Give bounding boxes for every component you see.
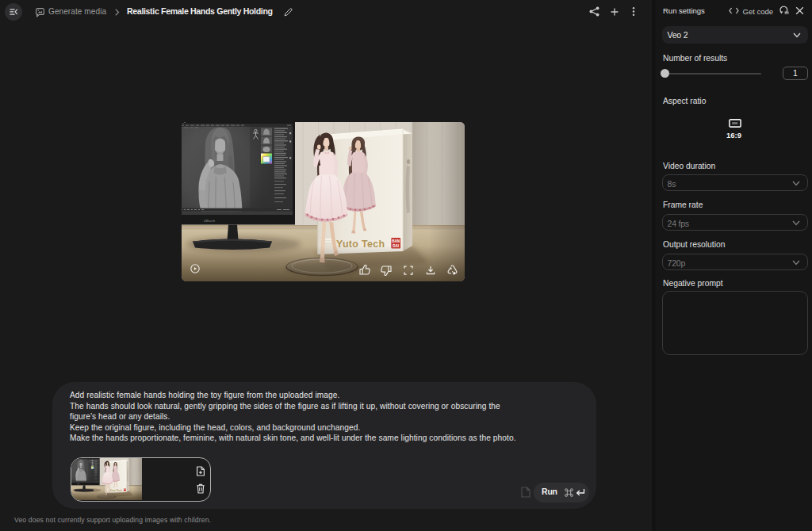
- svg-text:ZBrush: ZBrush: [203, 219, 216, 223]
- svg-text:BAN: BAN: [392, 239, 400, 243]
